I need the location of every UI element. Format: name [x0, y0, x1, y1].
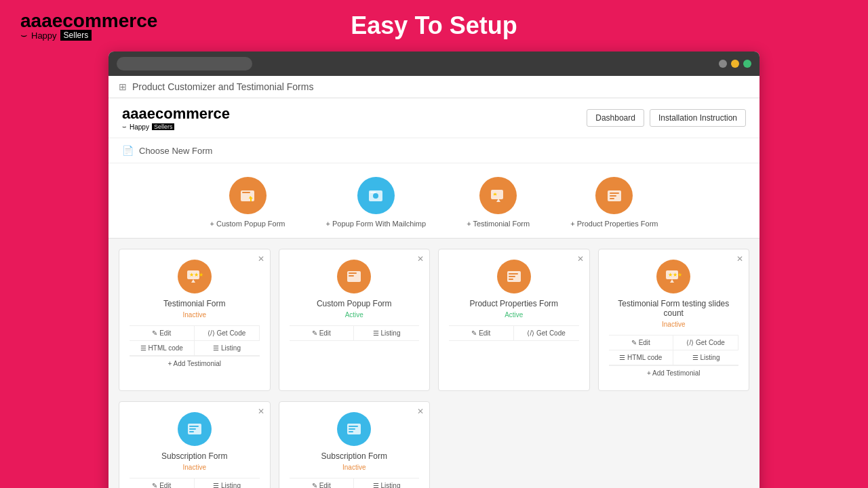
form-card-custom-popup: ✕ Custom Popup Form Active ✎ Edit ☰ List… [279, 249, 431, 391]
listing-button-t1[interactable]: ☰ Listing [195, 341, 260, 356]
testimonial-form-status-1: Inactive [130, 311, 260, 319]
subscription-form-title-2: Subscription Form [290, 451, 420, 461]
listing-button-s1[interactable]: ☰ Listing [195, 479, 260, 488]
product-properties-form-status: Active [449, 311, 579, 319]
forms-grid-row1: ✕ ★★★ Testimonial Form Inactive ✎ Edit ⟨… [108, 239, 760, 401]
app-logo-aaa: aaa [122, 105, 147, 122]
testimonial-circle-1: ★★★ [178, 260, 212, 293]
get-code-button-t2[interactable]: ⟨/⟩ Get Code [673, 336, 738, 350]
svg-rect-31 [349, 428, 355, 430]
logo-aaa: aaa [20, 10, 52, 31]
close-button-5[interactable]: ✕ [258, 407, 264, 415]
edit-button-t2[interactable]: ✎ Edit [609, 336, 674, 350]
form-card-testimonial-2: ✕ ★★★ Testimonial Form testing slides co… [598, 249, 750, 391]
top-bar: aaaecommerce ⌣ Happy Sellers Easy To Set… [0, 0, 868, 52]
add-testimonial-button-1[interactable]: + Add Testimonial [130, 356, 260, 371]
form-type-testimonial[interactable]: Testimonial Form [467, 177, 530, 228]
close-button-6[interactable]: ✕ [417, 407, 424, 415]
form-type-popup-mailchimp[interactable]: Popup Form With Mailchimp [326, 177, 426, 228]
close-button-1[interactable]: ✕ [258, 255, 264, 263]
page-title: Easy To Setup [351, 12, 517, 40]
get-code-button-t1[interactable]: ⟨/⟩ Get Code [195, 326, 260, 341]
svg-rect-16 [349, 272, 357, 274]
nav-buttons: Dashboard Installation Instruction [587, 109, 746, 127]
product-properties-form-actions: ✎ Edit ⟨/⟩ Get Code [449, 325, 579, 341]
subscription-form-icon-1 [130, 412, 260, 446]
product-properties-form-title: Product Properties Form [449, 299, 579, 308]
add-testimonial-button-2[interactable]: + Add Testimonial [609, 365, 739, 380]
testimonial-form-title-2: Testimonial Form testing slides count [609, 299, 739, 318]
close-button-3[interactable]: ✕ [577, 255, 584, 263]
custom-popup-label: Custom Popup Form [210, 220, 285, 228]
product-properties-circle [497, 260, 531, 293]
edit-button-cp[interactable]: ✎ Edit [290, 326, 355, 341]
dashboard-button[interactable]: Dashboard [587, 109, 644, 127]
product-properties-form-icon [449, 260, 579, 293]
close-button-4[interactable]: ✕ [736, 255, 743, 263]
browser-controls [719, 60, 751, 68]
browser-window: ⊞ Product Customizer and Testimonial For… [108, 52, 760, 488]
custom-popup-circle [337, 260, 371, 293]
get-code-button-pp[interactable]: ⟨/⟩ Get Code [514, 326, 579, 341]
browser-dot-gray [719, 60, 727, 68]
svg-marker-13 [191, 279, 195, 283]
form-card-subscription-1: ✕ Subscription Form Inactive ✎ Edit [119, 401, 271, 488]
svg-rect-4 [370, 192, 376, 193]
testimonial-form-icon: ★★★ [130, 260, 260, 293]
svg-rect-30 [349, 426, 358, 427]
svg-point-3 [373, 193, 378, 199]
listing-button-cp[interactable]: ☰ Listing [354, 326, 419, 341]
html-code-button-t1[interactable]: ☰ HTML code [130, 341, 195, 356]
installation-button[interactable]: Installation Instruction [650, 109, 746, 127]
svg-rect-26 [189, 426, 199, 427]
app-header-icon: ⊞ [119, 81, 127, 92]
forms-grid-row2: ✕ Subscription Form Inactive ✎ Edit [108, 401, 760, 488]
edit-button-s1[interactable]: ✎ Edit [130, 479, 195, 488]
form-type-product-properties[interactable]: Product Properties Form [570, 177, 658, 228]
subscription-form-icon-2 [290, 412, 420, 446]
svg-rect-19 [509, 273, 518, 274]
svg-rect-21 [509, 279, 513, 280]
app-logo: aaaecommerce ⌣ Happy Sellers [122, 105, 230, 131]
close-button-2[interactable]: ✕ [417, 255, 424, 263]
choose-form-bar: 📄 Choose New Form [108, 138, 760, 163]
svg-rect-5 [491, 190, 503, 199]
svg-text:★★★: ★★★ [189, 272, 203, 278]
subscription-form-actions-1: ✎ Edit ☰ Listing [130, 478, 260, 488]
empty-slot-1 [438, 401, 590, 488]
browser-chrome [108, 52, 760, 76]
html-code-button-t2[interactable]: ☰ HTML code [609, 350, 674, 365]
svg-rect-11 [610, 198, 614, 199]
subscription-form-status-1: Inactive [130, 464, 260, 471]
app-header-title: Product Customizer and Testimonial Forms [132, 81, 313, 92]
svg-rect-27 [189, 428, 196, 430]
listing-button-s2[interactable]: ☰ Listing [354, 479, 419, 488]
subscription-form-actions-2: ✎ Edit ☰ Listing [290, 478, 420, 488]
testimonial-circle-2: ★★★ [656, 260, 690, 293]
edit-button-s2[interactable]: ✎ Edit [290, 479, 355, 488]
product-properties-icon-circle [595, 177, 633, 214]
browser-dot-yellow [731, 60, 739, 68]
app-happy-label: Happy [130, 123, 149, 131]
app-sellers-badge: Sellers [152, 123, 175, 130]
testimonial-form-actions-2: ✎ Edit ⟨/⟩ Get Code ☰ HTML code ☰ Listin… [609, 335, 739, 365]
svg-rect-1 [242, 192, 250, 193]
app-content: ⊞ Product Customizer and Testimonial For… [108, 76, 760, 488]
svg-rect-28 [189, 431, 194, 432]
custom-popup-form-actions: ✎ Edit ☰ Listing [290, 325, 420, 341]
form-card-testimonial-1: ✕ ★★★ Testimonial Form Inactive ✎ Edit ⟨… [119, 249, 271, 391]
form-type-custom-popup[interactable]: Custom Popup Form [210, 177, 285, 228]
app-header: ⊞ Product Customizer and Testimonial For… [108, 76, 760, 98]
form-card-subscription-2: ✕ Subscription Form Inactive ✎ Edit [279, 401, 431, 488]
browser-address-bar [117, 57, 252, 70]
svg-text:★★★: ★★★ [668, 272, 682, 278]
app-logo-text: aaaecommerce [122, 105, 230, 123]
app-smile-icon: ⌣ [122, 123, 127, 131]
happy-label: Happy [31, 30, 57, 41]
popup-mailchimp-icon-circle [357, 177, 395, 214]
edit-button-pp[interactable]: ✎ Edit [449, 326, 514, 341]
listing-button-t2[interactable]: ☰ Listing [673, 350, 738, 365]
edit-button-t1[interactable]: ✎ Edit [130, 326, 195, 341]
svg-rect-10 [610, 195, 616, 197]
top-logo-tagline: ⌣ Happy Sellers [20, 29, 157, 41]
